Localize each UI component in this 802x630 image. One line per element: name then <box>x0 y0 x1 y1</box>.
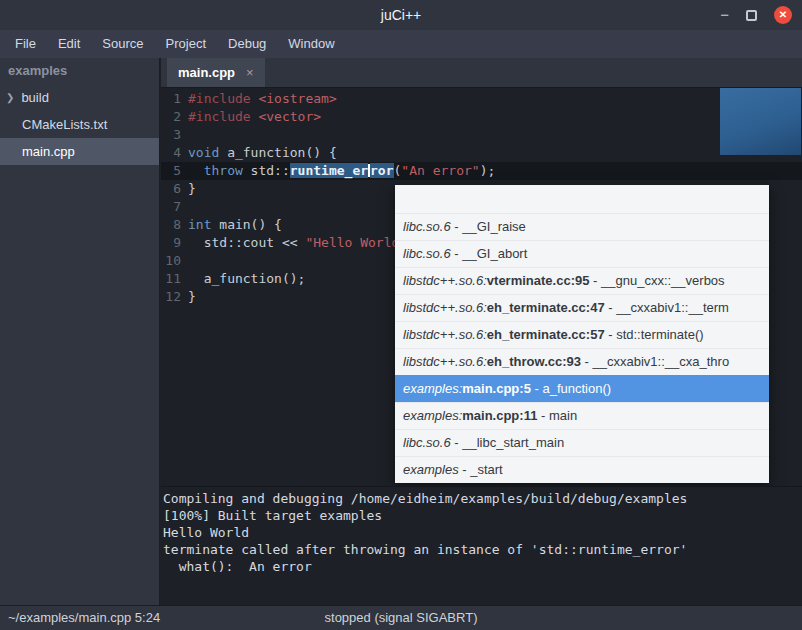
status-bar: ~/examples/main.cpp 5:24 stopped (signal… <box>0 605 802 630</box>
stack-frame-item[interactable]: examples - _start <box>395 456 769 483</box>
maximize-icon[interactable] <box>746 10 757 21</box>
stack-frame-item[interactable]: libc.so.6 - __GI_abort <box>395 240 769 267</box>
tree-item-cmakelists-txt[interactable]: CMakeLists.txt <box>0 111 159 138</box>
title-bar: juCi++ − ✕ <box>0 0 802 30</box>
stack-trace-popup-header <box>395 185 769 213</box>
chevron-right-icon: ❯ <box>6 92 14 103</box>
code-text: #include <vector> <box>188 108 321 126</box>
window-title: juCi++ <box>0 0 802 30</box>
line-number: 8 <box>161 216 188 234</box>
menu-item-edit[interactable]: Edit <box>47 30 91 58</box>
code-text: throw std::runtime_error("An error"); <box>188 162 495 180</box>
menu-item-debug[interactable]: Debug <box>217 30 277 58</box>
stack-frame-item[interactable]: libstdc++.so.6:eh_terminate.cc:47 - __cx… <box>395 294 769 321</box>
line-number: 2 <box>161 108 188 126</box>
terminal-line: terminate called after throwing an insta… <box>163 541 800 558</box>
window-controls: − ✕ <box>720 0 792 30</box>
editor-tab-bar: main.cpp × <box>161 58 802 88</box>
menu-item-file[interactable]: File <box>4 30 47 58</box>
code-text: a_function(); <box>188 270 305 288</box>
stack-trace-list: libc.so.6 - __GI_raiselibc.so.6 - __GI_a… <box>395 213 769 483</box>
code-text: } <box>188 288 196 306</box>
tree-item-label: CMakeLists.txt <box>22 117 107 132</box>
menu-item-project[interactable]: Project <box>155 30 217 58</box>
code-line: 5 throw std::runtime_error("An error"); <box>161 162 802 180</box>
code-text: #include <iostream> <box>188 90 337 108</box>
stack-frame-item[interactable]: libc.so.6 - __GI_raise <box>395 213 769 240</box>
line-number: 4 <box>161 144 188 162</box>
line-number: 12 <box>161 288 188 306</box>
line-number: 7 <box>161 198 188 216</box>
tree-item-label: build <box>21 90 48 105</box>
terminal-line: Compiling and debugging /home/eidheim/ex… <box>163 490 800 507</box>
menu-item-source[interactable]: Source <box>91 30 154 58</box>
code-line: 3 <box>161 126 802 144</box>
code-text: int main() { <box>188 216 282 234</box>
file-tree: ❯buildCMakeLists.txtmain.cpp <box>0 84 159 165</box>
line-number: 3 <box>161 126 188 144</box>
tree-item-label: main.cpp <box>22 144 75 159</box>
code-text: } <box>188 180 196 198</box>
line-number: 6 <box>161 180 188 198</box>
code-line: 2#include <vector> <box>161 108 802 126</box>
stack-frame-item[interactable]: libstdc++.so.6:eh_throw.cc:93 - __cxxabi… <box>395 348 769 375</box>
tree-item-main-cpp[interactable]: main.cpp <box>0 138 159 165</box>
stack-frame-item[interactable]: libstdc++.so.6:eh_terminate.cc:57 - std:… <box>395 321 769 348</box>
code-line: 1#include <iostream> <box>161 90 802 108</box>
terminal-line: Hello World <box>163 524 800 541</box>
tab-close-icon[interactable]: × <box>246 65 254 80</box>
tree-item-build[interactable]: ❯build <box>0 84 159 111</box>
file-tree-panel: examples ❯buildCMakeLists.txtmain.cpp <box>0 58 160 605</box>
status-debug-state: stopped (signal SIGABRT) <box>0 606 802 630</box>
terminal-line: [100%] Built target examples <box>163 507 800 524</box>
stack-frame-item[interactable]: libstdc++.so.6:vterminate.cc:95 - __gnu_… <box>395 267 769 294</box>
line-number: 1 <box>161 90 188 108</box>
stack-frame-item[interactable]: libc.so.6 - __libc_start_main <box>395 429 769 456</box>
tree-header: examples <box>0 58 159 84</box>
line-number: 11 <box>161 270 188 288</box>
stack-frame-item[interactable]: examples:main.cpp:11 - main <box>395 402 769 429</box>
menu-bar: FileEditSourceProjectDebugWindow <box>0 30 802 58</box>
tab-main-cpp[interactable]: main.cpp × <box>167 58 265 87</box>
minimize-icon[interactable]: − <box>720 0 729 30</box>
menu-item-window[interactable]: Window <box>277 30 345 58</box>
tab-label: main.cpp <box>178 65 235 80</box>
code-text: void a_function() { <box>188 144 337 162</box>
close-icon[interactable]: ✕ <box>774 6 792 24</box>
line-number: 10 <box>161 252 188 270</box>
editor-overlay-box <box>720 88 801 155</box>
line-number: 5 <box>161 162 188 180</box>
app-window: juCi++ − ✕ FileEditSourceProjectDebugWin… <box>0 0 802 630</box>
terminal-output[interactable]: Compiling and debugging /home/eidheim/ex… <box>161 486 802 605</box>
stack-frame-item[interactable]: examples:main.cpp:5 - a_function() <box>395 375 769 402</box>
stack-trace-popup: libc.so.6 - __GI_raiselibc.so.6 - __GI_a… <box>395 185 769 483</box>
line-number: 9 <box>161 234 188 252</box>
terminal-line: what(): An error <box>163 558 800 575</box>
code-line: 4void a_function() { <box>161 144 802 162</box>
